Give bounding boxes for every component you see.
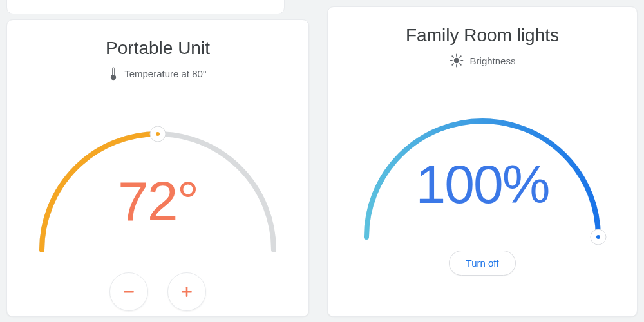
svg-point-5	[156, 132, 160, 136]
svg-rect-2	[113, 68, 114, 75]
lights-sub-label: Brightness	[470, 55, 516, 66]
svg-point-3	[112, 76, 115, 79]
brightness-dial[interactable]: 100%	[347, 79, 618, 247]
dial-handle[interactable]	[150, 126, 166, 142]
brightness-value: 100%	[347, 153, 618, 216]
thermostat-title: Portable Unit	[7, 38, 308, 59]
previous-card-edge	[6, 0, 285, 14]
lights-title: Family Room lights	[328, 25, 637, 46]
lights-card: Family Room lights	[327, 6, 638, 317]
decrease-temp-button[interactable]	[109, 272, 148, 311]
svg-point-9	[453, 58, 459, 63]
lights-sub-row: Brightness	[328, 53, 637, 68]
svg-line-15	[460, 64, 461, 65]
thermostat-setpoint-value: 72°	[23, 169, 293, 233]
thermostat-status-label: Temperature at 80°	[124, 68, 207, 79]
turn-off-button[interactable]: Turn off	[449, 251, 516, 276]
plus-icon	[178, 283, 195, 300]
increase-temp-button[interactable]	[167, 272, 206, 311]
thermostat-status-row: Temperature at 80°	[7, 66, 308, 80]
thermometer-icon	[109, 66, 118, 80]
brightness-handle[interactable]	[591, 229, 606, 245]
svg-line-17	[460, 56, 461, 57]
svg-line-16	[452, 64, 453, 65]
thermostat-card: Portable Unit Temperature at 80°	[6, 19, 309, 317]
thermostat-adjust-row	[7, 272, 308, 311]
brightness-icon	[450, 53, 464, 68]
minus-icon	[120, 283, 137, 300]
svg-point-19	[596, 235, 600, 239]
thermostat-dial[interactable]: 72°	[23, 92, 293, 260]
svg-line-14	[452, 56, 453, 57]
svg-rect-8	[186, 287, 188, 297]
svg-rect-6	[124, 291, 134, 293]
